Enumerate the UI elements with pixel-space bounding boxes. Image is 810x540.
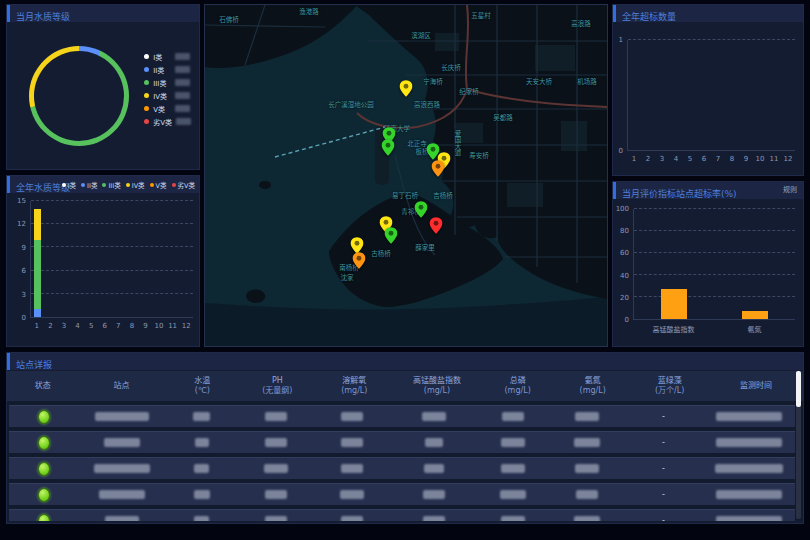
algae-cell: - — [624, 412, 702, 421]
table-row[interactable]: - — [9, 431, 795, 453]
masked-value — [502, 412, 524, 421]
x-tick-label: 3 — [62, 322, 66, 330]
y-tick-label: 40 — [620, 272, 629, 280]
x-tick-label: 9 — [143, 322, 147, 330]
map-station-pin[interactable] — [415, 201, 428, 218]
x-tick-label: 1 — [632, 155, 636, 163]
masked-value-cell — [391, 490, 476, 499]
map-station-pin[interactable] — [385, 227, 398, 244]
map-place-label: 高浪路 — [571, 18, 591, 28]
masked-value — [424, 464, 444, 473]
legend-item[interactable]: III类 — [102, 180, 120, 190]
panel-header: 当月评价指标站点超标率(%) 规则 — [613, 182, 803, 199]
map-station-pin[interactable] — [432, 160, 445, 177]
masked-value — [264, 464, 288, 473]
x-tick-label: 6 — [702, 155, 706, 163]
legend-label: IV类 — [132, 180, 145, 190]
masked-value-cell — [702, 464, 795, 473]
gridline — [634, 296, 795, 297]
rules-link[interactable]: 规则 — [783, 182, 797, 199]
y-tick-label: 9 — [22, 244, 26, 252]
table-column-header: PH(无量纲) — [240, 376, 315, 396]
masked-value — [193, 412, 210, 421]
gridline — [31, 223, 193, 224]
map-place-label: 古杨桥 — [371, 248, 391, 258]
legend-item[interactable]: IV类 — [144, 89, 191, 102]
masked-value-cell — [165, 490, 239, 499]
masked-value-cell — [313, 516, 391, 521]
table-header-row: 状态站点水温(℃)PH(无量纲)溶解氧(mg/L)高锰酸盐指数(mg/L)总磷(… — [7, 371, 803, 401]
legend-label: V类 — [156, 180, 167, 190]
legend-dot — [144, 67, 149, 72]
legend-value-masked — [175, 66, 190, 73]
masked-value — [105, 516, 139, 521]
legend-label: III类 — [153, 78, 171, 88]
masked-value-cell — [702, 438, 795, 447]
map-place-label: 长庆桥 — [441, 62, 461, 72]
map-station-pin[interactable] — [430, 217, 443, 234]
table-column-header: 状态 — [7, 381, 78, 391]
y-tick-label: 0 — [22, 314, 26, 322]
legend-item[interactable]: I类 — [62, 180, 76, 190]
x-tick-label: 2 — [48, 322, 52, 330]
masked-value-cell — [391, 412, 476, 421]
y-tick-label: 100 — [616, 205, 629, 213]
table-row[interactable]: - — [9, 483, 795, 505]
masked-value — [501, 438, 525, 447]
masked-value-cell — [165, 464, 239, 473]
legend-item[interactable]: V类 — [150, 180, 167, 190]
gridline — [31, 293, 193, 294]
map-station-pin[interactable] — [400, 80, 413, 97]
panel-header: 站点详报 — [7, 353, 803, 370]
bar — [661, 289, 687, 319]
table-row[interactable]: - — [9, 509, 795, 521]
legend-label: 劣V类 — [153, 117, 172, 127]
legend-value-masked — [175, 53, 190, 60]
masked-value-cell — [239, 438, 313, 447]
y-tick-label: 1 — [619, 36, 623, 44]
gridline — [634, 230, 795, 231]
masked-value — [195, 438, 209, 447]
x-tick-label: 8 — [130, 322, 134, 330]
legend-item[interactable]: V类 — [144, 102, 191, 115]
map-station-pin[interactable] — [353, 252, 366, 269]
legend-item[interactable]: IV类 — [126, 180, 145, 190]
legend-item[interactable]: II类 — [81, 180, 97, 190]
masked-value-cell — [313, 490, 391, 499]
city-map[interactable]: 石佛桥渔港路五星村滨湖区高浪路长庆桥宁海桥纪家桥天安大桥机场路高浪西路吴都路江南… — [204, 4, 608, 347]
y-tick-label: 15 — [17, 197, 26, 205]
legend-value-masked — [175, 92, 190, 99]
y-tick-label: 0 — [619, 147, 623, 155]
legend-item[interactable]: II类 — [144, 63, 191, 76]
legend-label: I类 — [68, 180, 76, 190]
gridline — [31, 246, 193, 247]
table-column-header: 水温(℃) — [165, 376, 240, 396]
legend-dot — [144, 54, 149, 59]
legend-dot — [150, 183, 154, 187]
table-scrollbar[interactable] — [796, 371, 801, 519]
y-tick-label: 60 — [620, 249, 629, 257]
panel-month-grade: 当月水质等级 I类II类III类IV类V类劣V类 — [6, 4, 200, 170]
masked-value — [265, 516, 287, 521]
map-station-pin[interactable] — [382, 139, 395, 156]
legend-item[interactable]: 劣V类 — [144, 115, 191, 128]
table-scrollbar-thumb[interactable] — [796, 371, 801, 407]
bar — [34, 240, 41, 310]
legend-item[interactable]: III类 — [144, 76, 191, 89]
algae-cell: - — [624, 516, 702, 521]
legend-value-masked — [176, 118, 191, 125]
status-cell — [9, 514, 79, 522]
status-cell — [9, 436, 79, 450]
legend-item[interactable]: I类 — [144, 50, 191, 63]
masked-value-cell — [313, 464, 391, 473]
legend-label: IV类 — [153, 91, 171, 101]
legend-item[interactable]: 劣V类 — [172, 180, 195, 190]
map-place-label: 长广溪湿地公园 — [328, 99, 374, 109]
masked-value-cell — [239, 412, 313, 421]
y-tick-label: 20 — [620, 294, 629, 302]
table-row[interactable]: - — [9, 457, 795, 479]
bar — [34, 309, 41, 317]
table-row[interactable]: - — [9, 405, 795, 427]
status-dot-green — [38, 410, 50, 424]
masked-value — [716, 438, 782, 447]
